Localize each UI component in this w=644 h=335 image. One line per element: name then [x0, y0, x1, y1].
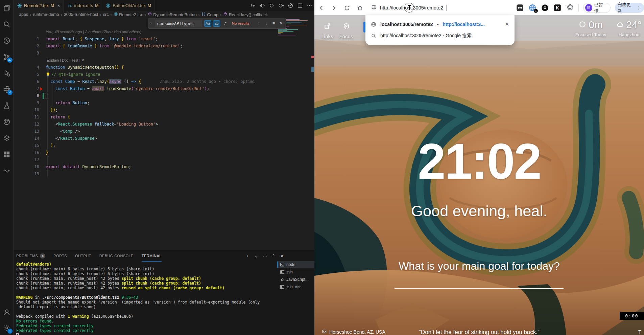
breadcrumb-item[interactable]: apps — [19, 12, 28, 17]
find-previous-icon[interactable]: ↑ — [256, 21, 262, 26]
match-case-toggle[interactable]: Aa — [204, 20, 211, 27]
activity-explorer[interactable] — [0, 1, 14, 15]
update-menu-icon[interactable]: ⋮ — [637, 5, 641, 10]
lightbulb-icon[interactable]: 💡 — [46, 72, 50, 77]
back-button[interactable] — [317, 4, 325, 12]
panel-tab-output[interactable]: OUTPUT — [75, 250, 91, 262]
code-line[interactable]: 14 </React.Suspense> — [14, 135, 314, 142]
tab-Remote2.tsx[interactable]: Remote2.tsxM× — [14, 0, 64, 11]
terminal-item-JavaScript[interactable]: JavaScript... — [277, 276, 314, 283]
terminal-item-node[interactable]: node — [277, 261, 314, 268]
breadcrumb-item[interactable]: runtime-demo — [33, 12, 59, 17]
code-line[interactable]: 9 return Button; — [14, 99, 314, 107]
split-editor-action[interactable] — [296, 2, 304, 9]
panel-tab-problems[interactable]: PROBLEMS8 — [16, 250, 45, 262]
more-action[interactable] — [306, 2, 313, 9]
reload-button[interactable] — [343, 4, 351, 12]
code-line[interactable]: 17 — [14, 156, 314, 163]
extension-recorder[interactable] — [541, 4, 549, 12]
terminal-output[interactable]: defaultVendors)chunk (runtime: main) 6 b… — [16, 262, 277, 335]
line-number: 10 — [14, 107, 39, 114]
run-circle-action[interactable] — [287, 2, 294, 9]
weather-widget[interactable]: 24° Hangzhou — [613, 19, 644, 37]
activity-extensions[interactable]: 4 — [0, 83, 14, 96]
breadcrumb-item[interactable]: Comp — [201, 12, 218, 17]
code-line[interactable]: 15 ); — [14, 142, 314, 149]
code-line[interactable]: 10 }); — [14, 107, 314, 114]
find-next-icon[interactable]: ↓ — [263, 21, 269, 26]
breadcrumb-item[interactable]: 3005-runtime-host — [64, 12, 98, 17]
code-line[interactable]: 3 — [14, 50, 314, 57]
code-line[interactable]: 5💡// @ts-ignore ignore — [14, 71, 314, 78]
find-in-selection-icon[interactable]: ≡ — [271, 21, 277, 26]
new-terminal-icon[interactable]: ＋ — [245, 253, 249, 259]
activity-run-debug[interactable] — [0, 66, 14, 80]
code-line[interactable]: 19 — [14, 171, 314, 178]
find-close-icon[interactable]: ✕ — [278, 21, 284, 26]
activity-timeline[interactable] — [0, 34, 14, 47]
recording-timer[interactable]: 0:00 — [620, 312, 644, 320]
panel-tab-debug-console[interactable]: DEBUG CONSOLE — [99, 250, 134, 262]
remove-suggestion-icon[interactable]: ✕ — [505, 21, 509, 27]
code-line[interactable]: 13 <Comp /> — [14, 128, 314, 135]
update-button[interactable]: 完成更新⋮ — [615, 3, 644, 13]
nav-back-action[interactable] — [258, 2, 266, 9]
activity-testing[interactable] — [0, 99, 14, 112]
extension-kagi[interactable]: K — [553, 4, 562, 12]
code-line[interactable]: 7 const Button = await loadRemote('dynam… — [14, 85, 314, 92]
code-line[interactable]: 18export default DynamicRemoteButton; — [14, 163, 314, 171]
activity-settings[interactable]: 1 — [0, 321, 14, 335]
breadcrumb-item[interactable]: src — [103, 12, 109, 17]
suggestion-url[interactable]: localhost:3005/remote2 - http://localhos… — [365, 19, 515, 30]
whole-word-toggle[interactable]: ab — [213, 20, 220, 27]
breadcrumb-item[interactable]: Remote2.tsx — [114, 12, 143, 17]
activity-grid[interactable] — [0, 148, 14, 161]
activity-search[interactable] — [0, 18, 14, 31]
panel-tab-ports[interactable]: PORTS — [53, 250, 67, 262]
profile-pill[interactable]: 航已暂停 — [583, 3, 611, 13]
tab-close-icon[interactable]: × — [57, 3, 60, 8]
focus-widget[interactable]: Focus — [335, 22, 357, 39]
activity-git-graph[interactable] — [0, 115, 14, 129]
terminal-dropdown-icon[interactable]: ⌄ — [254, 253, 258, 259]
find-toggle-replace-icon[interactable]: › — [150, 21, 153, 26]
activity-layers[interactable] — [0, 131, 14, 145]
terminal-item-zsh[interactable]: zsh — [277, 268, 314, 276]
more-actions-icon[interactable]: ⋯ — [263, 253, 267, 259]
home-button[interactable] — [356, 4, 364, 12]
code-line[interactable]: 11 return ( — [14, 114, 314, 121]
code-line[interactable]: 8 — [14, 92, 314, 99]
links-widget[interactable]: Links — [317, 22, 337, 39]
activity-account[interactable] — [0, 306, 14, 319]
breadcrumb-item[interactable]: React.lazy() callback — [223, 12, 268, 17]
breadcrumb-item[interactable]: DynamicRemoteButton — [148, 12, 197, 17]
find-input[interactable]: consumeAPITypes — [155, 20, 202, 27]
focused-today-widget[interactable]: 0m Focused Today — [571, 19, 610, 37]
code-line[interactable]: 12 <React.Suspense fallback="Loading But… — [14, 121, 314, 128]
extension-puzzle[interactable] — [566, 4, 574, 12]
tab-ButtonOldAnt.tsx[interactable]: ButtonOldAnt.tsxM — [102, 0, 155, 11]
close-panel-icon[interactable]: ✕ — [280, 253, 284, 259]
nav-circle-action[interactable] — [268, 2, 275, 9]
maximize-panel-icon[interactable]: ⌃ — [272, 253, 276, 259]
nav-forward-action[interactable] — [277, 2, 285, 9]
goal-input[interactable] — [395, 288, 564, 289]
compare-action[interactable] — [249, 2, 256, 9]
tab-index.d.ts[interactable]: TSindex.d.tsM — [64, 0, 102, 11]
code-line[interactable]: 2import { loadRemote } from '@module-fed… — [14, 43, 314, 50]
suggestion-search[interactable]: http://localhost:3005/remote2 - Google 搜… — [365, 30, 515, 42]
code-editor[interactable]: You, 43 seconds ago | 2 authors (Zhou xi… — [14, 18, 314, 250]
code-line[interactable]: 4function DynamicRemoteButton() { — [14, 64, 314, 71]
forward-button[interactable] — [330, 4, 338, 12]
activity-source-control[interactable]: 47 — [0, 50, 14, 64]
extension-translate[interactable]: 1 — [528, 4, 536, 12]
code-line[interactable]: 6 const Comp = React.lazy(async () => {Z… — [14, 78, 314, 85]
activity-wave[interactable] — [0, 164, 14, 177]
code-line[interactable]: 1import React, { Suspense, lazy } from '… — [14, 36, 314, 43]
extension-password-manager[interactable] — [516, 4, 524, 12]
regex-toggle[interactable]: .* — [222, 20, 229, 27]
panel-tab-terminal[interactable]: TERMINAL — [142, 250, 162, 262]
terminal-item-zsh[interactable]: zshdist — [277, 283, 314, 291]
code-line[interactable]: 16} — [14, 149, 314, 156]
todo-link[interactable]: T — [638, 329, 641, 335]
